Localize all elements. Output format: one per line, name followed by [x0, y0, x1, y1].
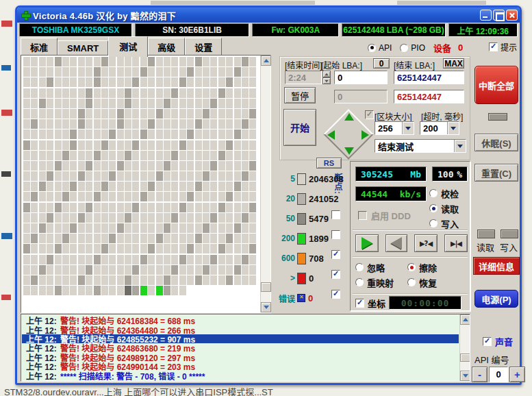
- scan-block: [249, 67, 256, 77]
- end-time-spinner[interactable]: 2:24: [285, 71, 322, 84]
- power-button[interactable]: 电源(P): [474, 290, 518, 308]
- tab-test[interactable]: 测试: [108, 36, 148, 57]
- scan-block: [249, 57, 256, 66]
- scan-block: [39, 234, 46, 243]
- timeout-select[interactable]: 200: [420, 121, 459, 135]
- scan-block: [140, 275, 147, 285]
- scan-block: [101, 109, 108, 119]
- scan-block: [203, 119, 210, 129]
- scroll-down-button[interactable]: [261, 302, 271, 312]
- minimize-button[interactable]: [480, 10, 492, 21]
- pause-button[interactable]: 暂停: [284, 87, 316, 103]
- scan-block: [109, 88, 116, 98]
- jog-right-icon[interactable]: [362, 130, 369, 140]
- scan-block: [156, 140, 163, 150]
- radio-option[interactable]: 忽略: [355, 260, 407, 275]
- end-action-select[interactable]: 结束测试: [375, 139, 466, 153]
- scroll-thumb[interactable]: [261, 282, 271, 292]
- start-button[interactable]: 开始: [283, 109, 316, 146]
- block-size-select[interactable]: 256: [375, 121, 414, 135]
- scan-block: [47, 192, 53, 201]
- pio-radio[interactable]: [400, 44, 408, 52]
- scan-block: [23, 182, 30, 191]
- rewind-button[interactable]: [385, 234, 407, 252]
- arrow-down-icon: [463, 374, 468, 378]
- coord-checkbox[interactable]: [355, 299, 364, 308]
- counter-label: 错误: [277, 293, 295, 304]
- radio-option[interactable]: 读取: [429, 201, 459, 216]
- scroll-up-button[interactable]: [261, 55, 271, 66]
- scroll-up-button[interactable]: [460, 314, 470, 325]
- scan-block: [171, 203, 178, 212]
- hint-label: 提示: [501, 41, 517, 53]
- radio-option[interactable]: 恢复: [407, 275, 459, 290]
- jog-up-icon[interactable]: [344, 113, 354, 121]
- scan-block: [109, 129, 116, 139]
- loop-checkbox[interactable]: [365, 110, 374, 119]
- sleep-button[interactable]: 休眠(S): [474, 134, 518, 151]
- scroll-down-button[interactable]: [460, 371, 470, 381]
- scan-block: [148, 67, 155, 77]
- scan-block: [156, 161, 163, 171]
- tab-advanced[interactable]: 高级: [148, 38, 185, 56]
- log-scrollbar[interactable]: [459, 314, 470, 381]
- title-bar[interactable]: Victoria 4.46b 汉化 by 黯然的泪下: [17, 8, 520, 23]
- scan-block: [39, 140, 46, 150]
- radio-label: 校检: [441, 187, 459, 200]
- maximize-button[interactable]: [493, 10, 505, 21]
- start-lba-input[interactable]: 0: [334, 71, 388, 84]
- scan-block: [109, 286, 116, 295]
- api-plus-button[interactable]: +: [509, 367, 525, 382]
- seek-test-button[interactable]: ▶?◀: [414, 234, 438, 252]
- seek-edge-button[interactable]: ▶|◀: [444, 234, 468, 252]
- scan-block: [55, 203, 62, 212]
- scan-block: [109, 140, 116, 150]
- sound-checkbox[interactable]: [483, 337, 492, 346]
- scan-block: [31, 203, 38, 212]
- ddd-checkbox[interactable]: [358, 211, 367, 220]
- hint-checkbox[interactable]: [489, 42, 498, 51]
- tab-smart[interactable]: SMART: [58, 40, 108, 56]
- radio-option[interactable]: 擦除: [407, 260, 459, 275]
- scan-block: [70, 171, 77, 181]
- tab-settings[interactable]: 设置: [185, 38, 222, 56]
- radio-option[interactable]: 写入: [429, 216, 459, 231]
- percent-lcd: 100%: [432, 166, 468, 182]
- scan-block: [234, 140, 241, 150]
- end-lba-input[interactable]: 625142447: [394, 71, 464, 84]
- scan-block: [47, 129, 53, 139]
- play-button[interactable]: [355, 234, 379, 252]
- scan-block: [242, 223, 249, 233]
- jog-left-icon[interactable]: [327, 130, 335, 140]
- rs-button[interactable]: RS: [316, 158, 342, 169]
- counter-checkbox[interactable]: [331, 250, 340, 259]
- radio-option[interactable]: 校检: [429, 186, 459, 201]
- details-button[interactable]: 详细信息: [473, 257, 520, 275]
- radio-option[interactable]: 重映射: [355, 275, 407, 290]
- start-lba-zero-button[interactable]: 0: [373, 58, 390, 69]
- scan-block: [218, 244, 225, 253]
- percent-unit: %: [457, 169, 462, 180]
- reset-button[interactable]: 重置(C): [474, 164, 518, 182]
- counter-checkbox[interactable]: [331, 270, 340, 279]
- grid-row: [23, 119, 256, 129]
- jog-down-icon[interactable]: [344, 147, 354, 155]
- scan-block: [55, 67, 62, 77]
- counter-checkbox[interactable]: [331, 290, 340, 299]
- scan-block: [47, 213, 53, 223]
- scan-block: [70, 275, 77, 285]
- counter-checkbox[interactable]: [331, 230, 340, 239]
- api-radio[interactable]: [368, 44, 376, 52]
- log-row[interactable]: 上午 12:***** 扫描结果: 警告 - 708, 错误 - 0 *****: [22, 371, 459, 380]
- close-button[interactable]: [506, 10, 518, 21]
- end-time-spin-buttons[interactable]: [322, 71, 331, 84]
- scroll-thumb[interactable]: [460, 354, 470, 362]
- counter-checkbox[interactable]: [331, 210, 340, 219]
- scan-block: [31, 192, 38, 201]
- scan-block: [47, 88, 53, 98]
- abort-all-button[interactable]: 中断全部: [474, 66, 518, 104]
- grid-scrollbar[interactable]: [260, 55, 270, 312]
- end-lba-max-button[interactable]: MAX: [443, 58, 464, 69]
- tab-standard[interactable]: 标准: [21, 38, 58, 56]
- api-minus-button[interactable]: -: [472, 367, 487, 382]
